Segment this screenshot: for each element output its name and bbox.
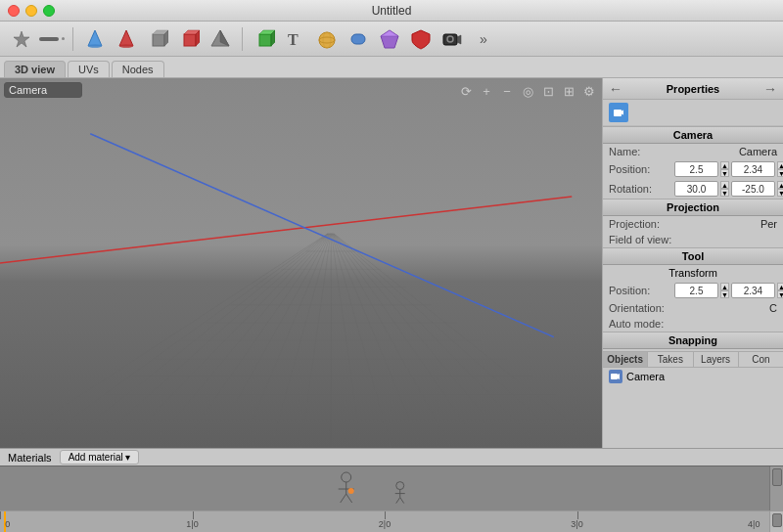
svg-rect-26 — [614, 110, 622, 116]
label-30: 3|0 — [571, 519, 582, 529]
vp-zoom-out-btn[interactable]: − — [498, 82, 516, 100]
props-orientation-value: C — [674, 302, 777, 314]
svg-point-17 — [319, 32, 335, 48]
titlebar: Untitled — [0, 0, 783, 22]
timeline-scrollbar-thumb[interactable] — [772, 513, 782, 527]
maximize-button[interactable] — [43, 5, 55, 17]
props-rotation-row: Rotation: ▲ ▼ ▲ ▼ — [603, 179, 783, 199]
props-position-row: Position: ▲ ▼ ▲ ▼ — [603, 159, 783, 179]
toolbar-shape-shield[interactable] — [407, 25, 435, 53]
vp-settings-btn[interactable]: ⚙ — [580, 82, 598, 100]
toolbar-shape-cube-gray[interactable] — [144, 25, 171, 53]
view-tabs: 3D view UVs Nodes — [0, 57, 783, 78]
timeline-ruler[interactable]: 0 1|0 2|0 3|0 4|0 — [0, 510, 783, 532]
svg-rect-5 — [153, 34, 164, 46]
props-tool-position-label: Position: — [609, 285, 672, 296]
timeline-scrollbar[interactable] — [769, 511, 783, 532]
toolbar-shape-sphere[interactable] — [313, 25, 341, 53]
svg-rect-28 — [611, 374, 618, 379]
svg-text:T: T — [288, 31, 299, 48]
toolbar-shape-cube-green[interactable] — [251, 25, 278, 53]
materials-bar: Materials Add material ▾ — [0, 448, 783, 466]
toolbar-shape-pyramid[interactable] — [207, 25, 234, 53]
tab-3dview[interactable]: 3D view — [4, 61, 66, 77]
props-name-value: Camera — [674, 146, 777, 157]
toolbar-select[interactable] — [8, 25, 35, 53]
props-position-y[interactable] — [731, 161, 775, 177]
toolbar-camera[interactable] — [438, 25, 466, 53]
props-rot-x-down[interactable]: ▼ — [720, 189, 729, 197]
svg-marker-29 — [618, 374, 620, 379]
toolbar-shape-cone-red[interactable] — [113, 25, 140, 53]
props-rot-y-down[interactable]: ▼ — [777, 189, 783, 197]
toolbar-shape-cube-red[interactable] — [175, 25, 203, 53]
props-icon-row — [603, 100, 783, 126]
nav-dot — [62, 37, 65, 40]
timeline-track: 0 1|0 2|0 3|0 4|0 — [0, 511, 769, 532]
props-position-x[interactable] — [674, 161, 718, 177]
props-tab-takes[interactable]: Takes — [648, 352, 693, 367]
props-tab-layers[interactable]: Layers — [694, 352, 739, 367]
props-tool-position-row: Position: ▲ ▼ ▲ ▼ — [603, 281, 783, 300]
add-material-button[interactable]: Add material ▾ — [60, 450, 139, 465]
toolbar-shape-capsule[interactable] — [345, 25, 372, 53]
props-fov-label: Field of view: — [609, 234, 672, 245]
main-toolbar: T » — [0, 22, 783, 57]
props-fov-row: Field of view: — [603, 232, 783, 247]
props-rotation-y[interactable] — [731, 181, 775, 197]
anim-scrollbar-thumb[interactable] — [772, 468, 782, 486]
vp-zoom-in-btn[interactable]: + — [478, 82, 495, 100]
viewport-3d[interactable]: Camera Top Front Right Perspective ⟳ + −… — [0, 78, 602, 448]
animation-scrollbar[interactable] — [769, 466, 783, 510]
minimize-button[interactable] — [25, 5, 37, 17]
props-tool-section: Tool — [603, 247, 783, 265]
props-transform-section: Transform — [603, 265, 783, 281]
svg-marker-1 — [88, 30, 102, 46]
nav-line — [39, 37, 59, 41]
svg-point-4 — [119, 44, 133, 48]
object-list-camera[interactable]: Camera — [603, 368, 783, 385]
props-tool-position-y[interactable] — [731, 283, 775, 298]
vp-orbit-btn[interactable]: ⟳ — [457, 82, 475, 100]
props-name-row: Name: Camera — [603, 144, 783, 159]
animation-area[interactable] — [0, 466, 783, 510]
vp-search-btn[interactable]: ◎ — [519, 82, 536, 100]
props-pos-y-up[interactable]: ▲ — [777, 161, 783, 169]
props-pos-x-down[interactable]: ▼ — [720, 169, 729, 177]
toolbar-shape-gem[interactable] — [376, 25, 403, 53]
marker-20 — [385, 511, 386, 519]
props-rotation-x[interactable] — [674, 181, 718, 197]
props-pos-y-down[interactable]: ▼ — [777, 169, 783, 177]
camera-dropdown[interactable]: Camera Top Front Right Perspective — [4, 82, 82, 98]
tab-uvs[interactable]: UVs — [68, 61, 110, 77]
toolbar-sep-2 — [242, 27, 243, 51]
props-tp-x-down[interactable]: ▼ — [720, 290, 729, 298]
props-name-label: Name: — [609, 146, 672, 157]
window-title: Untitled — [372, 4, 412, 18]
props-position-x-stepper: ▲ ▼ — [720, 161, 729, 177]
props-rot-y-up[interactable]: ▲ — [777, 181, 783, 189]
props-tp-y-down[interactable]: ▼ — [777, 290, 783, 298]
marker-30 — [577, 511, 578, 519]
props-pos-x-up[interactable]: ▲ — [720, 161, 729, 169]
props-tab-con[interactable]: Con — [739, 352, 783, 367]
props-camera-section: Camera — [603, 126, 783, 144]
props-tp-y-up[interactable]: ▲ — [777, 283, 783, 290]
props-tab-row: Objects Takes Layers Con — [603, 351, 783, 368]
props-rot-x-up[interactable]: ▲ — [720, 181, 729, 189]
props-projection-row: Projection: Per — [603, 216, 783, 232]
tab-nodes[interactable]: Nodes — [112, 61, 164, 77]
props-back-btn[interactable]: ← — [609, 81, 622, 97]
props-tool-position-x[interactable] — [674, 283, 718, 298]
toolbar-more[interactable]: » — [470, 25, 497, 53]
vp-grid-btn[interactable]: ⊞ — [560, 82, 577, 100]
props-forward-btn[interactable]: → — [763, 81, 777, 97]
toolbar-shape-text[interactable]: T — [282, 25, 309, 53]
toolbar-shape-cone-blue[interactable] — [81, 25, 109, 53]
vp-fit-btn[interactable]: ⊡ — [539, 82, 557, 100]
props-tp-x-up[interactable]: ▲ — [720, 283, 729, 290]
props-tab-objects[interactable]: Objects — [603, 352, 648, 367]
close-button[interactable] — [8, 5, 20, 17]
props-position-y-stepper: ▲ ▼ — [777, 161, 783, 177]
main-area: Camera Top Front Right Perspective ⟳ + −… — [0, 78, 783, 448]
